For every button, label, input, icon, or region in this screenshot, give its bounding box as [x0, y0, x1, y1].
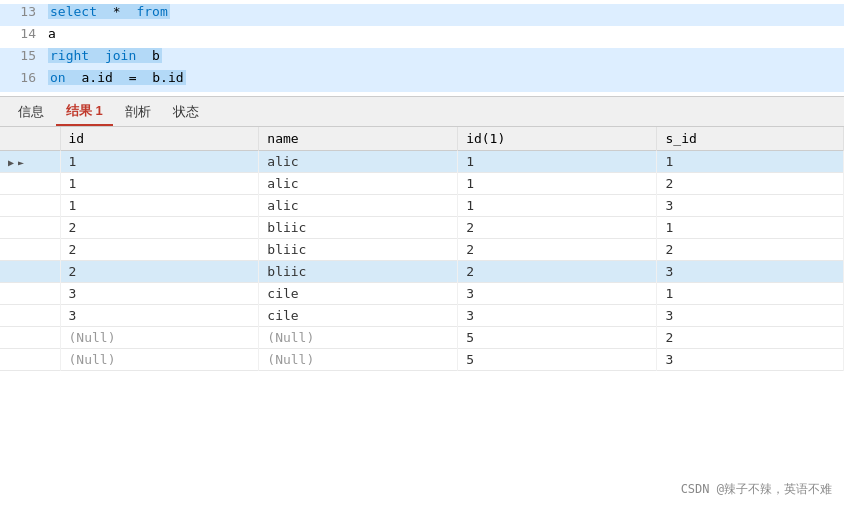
- cell-s_id: 3: [657, 349, 844, 371]
- row-arrow-cell: [0, 217, 60, 239]
- cell-name: alic: [259, 151, 458, 173]
- row-arrow-cell: [0, 261, 60, 283]
- cell-id: 2: [60, 261, 259, 283]
- table-row[interactable]: 1alic12: [0, 173, 844, 195]
- column-header-id(1): id(1): [458, 127, 657, 151]
- table-row[interactable]: 1alic13: [0, 195, 844, 217]
- cell-id: 2: [60, 217, 259, 239]
- cell-s_id: 1: [657, 217, 844, 239]
- row-arrow-cell: [0, 173, 60, 195]
- column-header-s_id: s_id: [657, 127, 844, 151]
- watermark: CSDN @辣子不辣，英语不难: [681, 481, 832, 498]
- line-content: on a.id = b.id: [48, 70, 186, 85]
- cell-id: 1: [60, 173, 259, 195]
- table-row[interactable]: 2bliic21: [0, 217, 844, 239]
- result-area: idnameid(1)s_id ►1alic111alic121alic132b…: [0, 127, 844, 371]
- cell-id1: 2: [458, 239, 657, 261]
- row-arrow-cell: [0, 327, 60, 349]
- cell-id: 2: [60, 239, 259, 261]
- line-content: a: [48, 26, 56, 41]
- tab-结果 1[interactable]: 结果 1: [56, 98, 113, 126]
- tabs-bar: 信息结果 1剖析状态: [0, 97, 844, 127]
- cell-name: (Null): [259, 349, 458, 371]
- code-line-15: 15right join b: [0, 48, 844, 70]
- cell-name: (Null): [259, 327, 458, 349]
- cell-s_id: 1: [657, 283, 844, 305]
- code-line-14: 14a: [0, 26, 844, 48]
- cell-name: bliic: [259, 217, 458, 239]
- cell-id1: 5: [458, 349, 657, 371]
- cell-s_id: 3: [657, 261, 844, 283]
- cell-name: bliic: [259, 239, 458, 261]
- table-row[interactable]: 2bliic22: [0, 239, 844, 261]
- cell-id1: 2: [458, 217, 657, 239]
- cell-name: bliic: [259, 261, 458, 283]
- cell-s_id: 2: [657, 173, 844, 195]
- cell-s_id: 2: [657, 327, 844, 349]
- cell-s_id: 2: [657, 239, 844, 261]
- column-header-id: id: [60, 127, 259, 151]
- row-arrow-cell: [0, 195, 60, 217]
- result-table: idnameid(1)s_id ►1alic111alic121alic132b…: [0, 127, 844, 371]
- cell-id1: 1: [458, 151, 657, 173]
- tab-状态[interactable]: 状态: [163, 99, 209, 125]
- table-row[interactable]: 3cile31: [0, 283, 844, 305]
- line-number: 13: [8, 4, 36, 19]
- cell-s_id: 3: [657, 195, 844, 217]
- line-content: right join b: [48, 48, 162, 63]
- table-row[interactable]: (Null)(Null)52: [0, 327, 844, 349]
- column-header-name: name: [259, 127, 458, 151]
- code-line-13: 13select * from: [0, 4, 844, 26]
- row-arrow-cell: [0, 349, 60, 371]
- row-arrow-cell: [0, 283, 60, 305]
- cell-name: cile: [259, 305, 458, 327]
- cell-id: (Null): [60, 349, 259, 371]
- line-number: 16: [8, 70, 36, 85]
- cell-id: 3: [60, 305, 259, 327]
- cell-name: cile: [259, 283, 458, 305]
- table-row[interactable]: 2bliic23: [0, 261, 844, 283]
- line-number: 15: [8, 48, 36, 63]
- cell-name: alic: [259, 173, 458, 195]
- line-number: 14: [8, 26, 36, 41]
- line-content: select * from: [48, 4, 170, 19]
- table-row[interactable]: ►1alic11: [0, 151, 844, 173]
- code-editor: 13select * from14a15right join b16on a.i…: [0, 0, 844, 97]
- row-arrow-cell: ►: [0, 151, 60, 173]
- cell-id1: 2: [458, 261, 657, 283]
- cell-id1: 3: [458, 283, 657, 305]
- table-row[interactable]: 3cile33: [0, 305, 844, 327]
- cell-name: alic: [259, 195, 458, 217]
- tab-剖析[interactable]: 剖析: [115, 99, 161, 125]
- table-row[interactable]: (Null)(Null)53: [0, 349, 844, 371]
- table-header: idnameid(1)s_id: [0, 127, 844, 151]
- cell-id1: 1: [458, 195, 657, 217]
- cell-id1: 1: [458, 173, 657, 195]
- cell-id1: 3: [458, 305, 657, 327]
- code-line-16: 16on a.id = b.id: [0, 70, 844, 92]
- cell-s_id: 3: [657, 305, 844, 327]
- tab-信息[interactable]: 信息: [8, 99, 54, 125]
- cell-id: 1: [60, 195, 259, 217]
- header-arrow: [0, 127, 60, 151]
- cell-id: 3: [60, 283, 259, 305]
- cell-id: 1: [60, 151, 259, 173]
- cell-s_id: 1: [657, 151, 844, 173]
- cell-id1: 5: [458, 327, 657, 349]
- row-arrow-cell: [0, 239, 60, 261]
- row-arrow-cell: [0, 305, 60, 327]
- cell-id: (Null): [60, 327, 259, 349]
